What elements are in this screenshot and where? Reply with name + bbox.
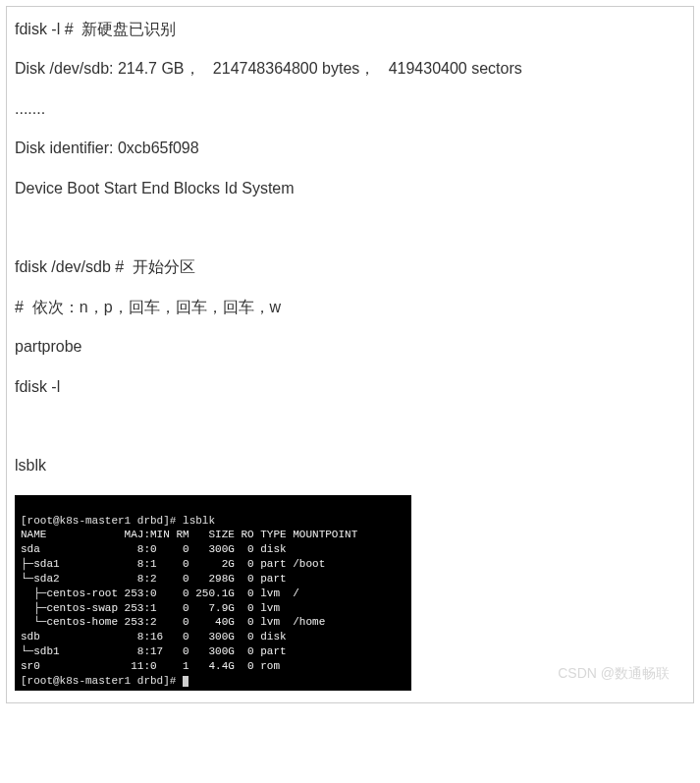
cmd-fdisk-list: fdisk -l # 新硬盘已识别 [15, 19, 685, 40]
cmd-fdisk-l-again: fdisk -l [15, 376, 685, 398]
terminal-row: sda 8:0 0 300G 0 disk [21, 543, 287, 555]
terminal-cursor-icon [183, 676, 188, 687]
cmd-lsblk: lsblk [15, 455, 685, 476]
blank-gap [15, 217, 685, 239]
cmd-sequence-comment: # 依次：n，p，回车，回车，回车，w [15, 297, 685, 318]
cmd-fdisk-partition: fdisk /dev/sdb # 开始分区 [15, 256, 685, 278]
terminal-prompt-1: [root@k8s-master1 drbd]# lsblk [21, 515, 215, 527]
disk-identifier-line: Disk identifier: 0xcb65f098 [15, 138, 685, 159]
terminal-row: └─centos-home 253:2 0 40G 0 lvm /home [21, 616, 325, 628]
ellipsis-line: ....... [15, 98, 685, 120]
cmd-partprobe: partprobe [15, 336, 685, 358]
disk-info-line: Disk /dev/sdb: 214.7 GB， 214748364800 by… [15, 58, 685, 80]
blank-gap2 [15, 416, 685, 437]
terminal-output: [root@k8s-master1 drbd]# lsblk NAME MAJ:… [15, 495, 411, 691]
terminal-row: ├─centos-swap 253:1 0 7.9G 0 lvm [21, 602, 280, 614]
terminal-row: └─sdb1 8:17 0 300G 0 part [21, 645, 287, 657]
content-frame: fdisk -l # 新硬盘已识别 Disk /dev/sdb: 214.7 G… [6, 6, 694, 703]
terminal-row: ├─centos-root 253:0 0 250.1G 0 lvm / [21, 587, 299, 599]
terminal-row: sdb 8:16 0 300G 0 disk [21, 631, 287, 643]
device-header-line: Device Boot Start End Blocks Id System [15, 178, 685, 199]
terminal-header: NAME MAJ:MIN RM SIZE RO TYPE MOUNTPOINT [21, 529, 357, 540]
terminal-prompt-2: [root@k8s-master1 drbd]# [21, 675, 183, 687]
watermark-text: CSDN @数通畅联 [558, 665, 670, 683]
terminal-row: └─sda2 8:2 0 298G 0 part [21, 573, 287, 585]
terminal-row: ├─sda1 8:1 0 2G 0 part /boot [21, 558, 325, 570]
page: fdisk -l # 新硬盘已识别 Disk /dev/sdb: 214.7 G… [0, 0, 700, 709]
terminal-row: sr0 11:0 1 4.4G 0 rom [21, 660, 280, 672]
